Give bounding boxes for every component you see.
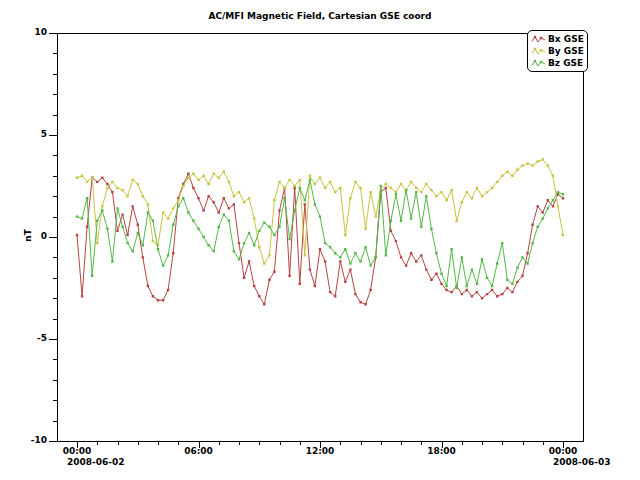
x-tick-label: 18:00: [420, 446, 464, 456]
legend-item: Bz GSE: [531, 57, 584, 69]
y-tick-label: -10: [7, 435, 47, 445]
legend-label: Bz GSE: [548, 57, 583, 69]
legend: Bx GSEBy GSEBz GSE: [527, 30, 588, 72]
start-date-label: 2008-06-02: [67, 457, 125, 467]
y-tick-label: 0: [7, 231, 47, 241]
x-tick-label: 06:00: [177, 446, 221, 456]
legend-sample-icon: [531, 59, 546, 68]
y-tick-label: 5: [7, 129, 47, 139]
x-tick-label: 00:00: [541, 446, 585, 456]
x-tick-label: 12:00: [298, 446, 342, 456]
y-tick-label: 10: [7, 27, 47, 37]
legend-label: By GSE: [548, 45, 584, 57]
series-line-bz-gse: [77, 180, 563, 288]
plot-window: AC/MFI Magnetic Field, Cartesian GSE coo…: [0, 0, 640, 480]
legend-item: By GSE: [531, 45, 584, 57]
legend-sample-icon: [531, 35, 546, 44]
legend-item: Bx GSE: [531, 33, 584, 45]
axis-ticks: [49, 34, 564, 449]
legend-sample-icon: [531, 47, 546, 56]
y-tick-label: -5: [7, 333, 47, 343]
plot-area: [0, 0, 640, 480]
series-line-bx-gse: [77, 174, 563, 304]
x-tick-label: 00:00: [55, 446, 99, 456]
legend-label: Bx GSE: [548, 33, 584, 45]
series-markers-bz-gse: [76, 179, 564, 289]
end-date-label: 2008-06-03: [553, 457, 611, 467]
